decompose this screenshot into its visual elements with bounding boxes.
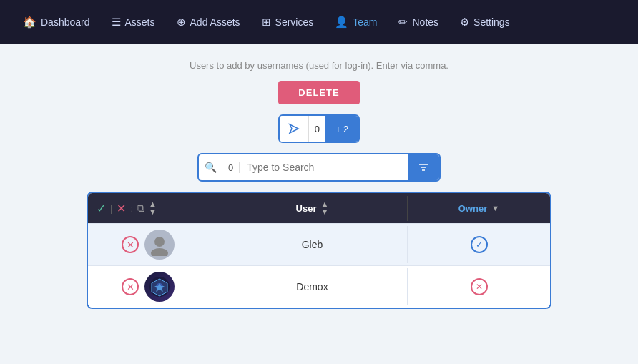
send-controls: 0 + 2 — [278, 114, 360, 143]
row-1-avatar — [144, 230, 175, 260]
search-count: 0 — [222, 162, 240, 173]
row-2-controls: ✕ — [88, 266, 217, 308]
main-nav: 🏠 Dashboard ☰ Assets ⊕ Add Assets ⊞ Serv… — [0, 0, 638, 44]
hint-text: Users to add by usernames (used for log-… — [190, 60, 448, 71]
svg-marker-0 — [290, 124, 298, 133]
search-input[interactable] — [240, 162, 408, 173]
svg-point-5 — [151, 248, 168, 256]
send-count: 0 — [308, 116, 325, 142]
dashboard-icon: 🏠 — [23, 16, 36, 29]
col-user-header: User ▲▼ — [217, 193, 407, 223]
nav-add-assets[interactable]: ⊕ Add Assets — [168, 10, 249, 34]
copy-icon[interactable]: ⧉ — [137, 202, 144, 215]
nav-team[interactable]: 👤 Team — [326, 10, 386, 34]
nav-assets[interactable]: ☰ Assets — [103, 10, 164, 34]
send-group: 0 + 2 — [278, 114, 360, 143]
deselect-all-icon[interactable]: ✕ — [117, 202, 126, 215]
users-table: ✓ | ✕ : ⧉ ▲▼ User ▲▼ Owner ▼ ✕ — [87, 192, 551, 309]
check-all-icon[interactable]: ✓ — [97, 202, 106, 215]
add-assets-icon: ⊕ — [177, 16, 186, 29]
settings-icon: ⚙ — [460, 16, 469, 29]
main-content: Users to add by usernames (used for log-… — [0, 44, 638, 309]
search-icon: 🔍 — [199, 162, 222, 173]
row-1-remove-button[interactable]: ✕ — [122, 236, 139, 253]
notes-icon: ✏ — [398, 16, 408, 29]
row-1-name: Gleb — [217, 229, 407, 260]
header-controls: ✓ | ✕ : ⧉ ▲▼ — [88, 195, 217, 222]
nav-settings[interactable]: ⚙ Settings — [451, 10, 519, 34]
table-header: ✓ | ✕ : ⧉ ▲▼ User ▲▼ Owner ▼ — [88, 193, 550, 223]
nav-dashboard[interactable]: 🏠 Dashboard — [14, 10, 99, 34]
services-icon: ⊞ — [262, 16, 271, 29]
avatar-demox-icon — [144, 272, 175, 302]
row-2-avatar — [144, 272, 175, 302]
avatar-default-icon — [144, 230, 175, 260]
nav-notes[interactable]: ✏ Notes — [390, 10, 447, 34]
owner-check-icon[interactable]: ✓ — [471, 236, 488, 253]
row-2-owner: ✕ — [407, 268, 550, 305]
sort-arrow-icon: ▲▼ — [149, 200, 157, 216]
assets-icon: ☰ — [112, 16, 121, 29]
add-button[interactable]: + 2 — [325, 116, 358, 142]
team-icon: 👤 — [335, 16, 348, 29]
filter-button[interactable] — [408, 154, 439, 180]
owner-x-icon[interactable]: ✕ — [471, 278, 488, 295]
row-2-name: Demox — [217, 271, 407, 302]
col-owner-header: Owner ▼ — [407, 196, 550, 221]
search-bar: 🔍 0 — [197, 153, 441, 182]
nav-services[interactable]: ⊞ Services — [253, 10, 323, 34]
owner-sort-icon[interactable]: ▼ — [491, 204, 499, 212]
send-button[interactable] — [280, 116, 308, 142]
row-1-controls: ✕ — [88, 224, 217, 265]
table-row: ✕ Demox ✕ — [88, 265, 550, 308]
row-2-remove-button[interactable]: ✕ — [122, 278, 139, 295]
table-row: ✕ Gleb ✓ — [88, 223, 550, 265]
row-1-owner: ✓ — [407, 226, 550, 263]
delete-button[interactable]: DELETE — [278, 81, 359, 104]
user-sort-icon[interactable]: ▲▼ — [321, 200, 329, 216]
svg-point-4 — [154, 237, 165, 247]
